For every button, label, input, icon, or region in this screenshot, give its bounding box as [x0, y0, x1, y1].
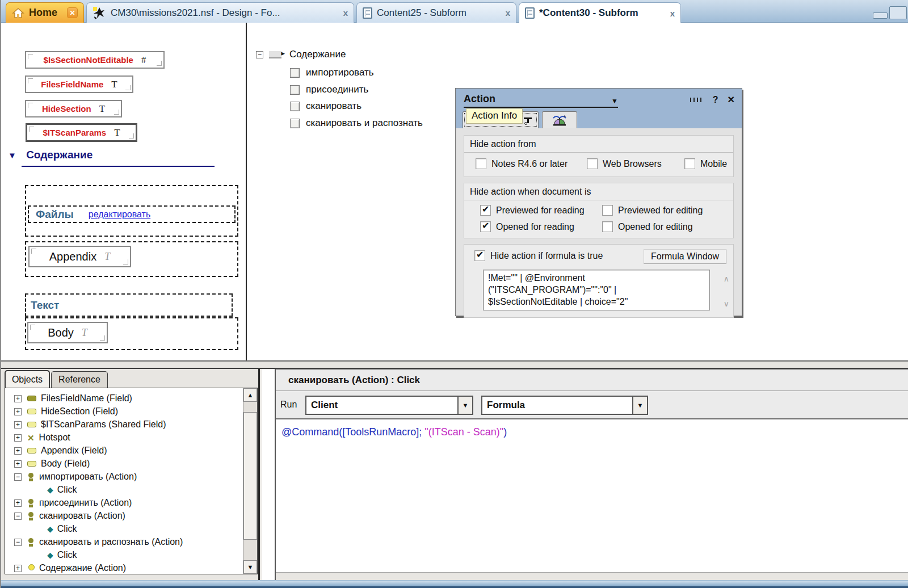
section-collapse-icon[interactable]: ▼: [8, 150, 16, 160]
dialog-titlebar[interactable]: Action ▼ ? ✕: [456, 89, 742, 128]
checkbox[interactable]: ✔: [480, 221, 491, 232]
checkbox[interactable]: ✔: [587, 158, 598, 169]
run-target-dropdown[interactable]: Client ▼: [305, 396, 473, 415]
outline-item-import[interactable]: импортировать: [290, 67, 374, 78]
outline-item-attach[interactable]: присоединить: [290, 84, 368, 95]
appendix-region: Appendix T: [25, 241, 238, 277]
collapse-grip-icon[interactable]: [690, 98, 704, 102]
tab-content25[interactable]: Content25 - Subform x: [356, 2, 516, 23]
close-icon[interactable]: ✕: [728, 94, 735, 105]
field-itscanparams[interactable]: $ITScanParams T: [26, 123, 137, 142]
propeller-hat-icon: [551, 114, 568, 127]
checkbox-previewed-editing[interactable]: ✔ Previewed for editing: [602, 205, 703, 216]
checkbox-opened-editing[interactable]: ✔ Opened for editing: [602, 221, 693, 232]
scrollbar-thumb[interactable]: [243, 412, 257, 540]
tab-objects[interactable]: Objects: [5, 370, 50, 388]
tree-row[interactable]: + Appendix (Field): [14, 444, 107, 457]
tab-design-label: CM30\missions2021.nsf - Design - Fo...: [111, 7, 280, 19]
language-dropdown[interactable]: Formula ▼: [481, 396, 648, 415]
checkbox-opened-reading[interactable]: ✔ Opened for reading: [480, 221, 574, 232]
tree-row[interactable]: ◆ Click: [47, 549, 77, 561]
tab-content25-close-icon[interactable]: x: [500, 8, 510, 18]
expand-icon[interactable]: +: [14, 408, 22, 415]
outline-item-scan[interactable]: сканировать: [290, 100, 361, 112]
collapse-icon[interactable]: −: [256, 51, 263, 58]
collapse-icon[interactable]: −: [14, 473, 22, 481]
edit-link[interactable]: редактировать: [89, 209, 150, 220]
formula-window-button[interactable]: Formula Window: [644, 249, 726, 264]
checkbox-web-browsers[interactable]: ✔ Web Browsers: [587, 158, 662, 169]
scroll-up-icon[interactable]: ∧: [724, 274, 729, 283]
field-icon: [27, 396, 36, 401]
checkbox-previewed-reading[interactable]: ✔ Previewed for reading: [480, 205, 585, 216]
tab-design-close-icon[interactable]: x: [338, 8, 348, 18]
expand-icon[interactable]: +: [14, 499, 22, 507]
tree-row[interactable]: ◆ Click: [47, 484, 77, 496]
checkbox[interactable]: [290, 85, 300, 95]
tree-row[interactable]: − сканировать (Action): [14, 510, 125, 522]
window-restore-button[interactable]: [889, 6, 907, 19]
field-filesfieldname[interactable]: FilesFieldName T: [25, 75, 133, 93]
collapse-icon[interactable]: −: [14, 513, 22, 520]
checkbox-hide-if-formula[interactable]: ✔ Hide action if formula is true: [474, 250, 603, 261]
collapse-icon[interactable]: −: [14, 539, 22, 546]
outline-root-row[interactable]: − ▸ Содержание: [256, 49, 346, 60]
checkbox[interactable]: ✔: [474, 250, 485, 261]
field-hidesection[interactable]: HideSection T: [25, 100, 122, 117]
scroll-down-button[interactable]: ▼: [243, 560, 257, 574]
checkbox[interactable]: ✔: [476, 158, 486, 169]
expand-icon[interactable]: +: [14, 447, 22, 455]
tree-row[interactable]: + ✕ Hotspot: [14, 431, 70, 444]
tree-row[interactable]: + присоединить (Action): [14, 497, 132, 509]
tab-content30-label: *Content30 - Subform: [539, 7, 638, 19]
tab-content30-close-icon[interactable]: x: [665, 9, 675, 18]
window-bottom-edge: [1, 580, 908, 588]
checkbox[interactable]: [290, 68, 300, 78]
tab-home[interactable]: Home ✕: [6, 2, 84, 23]
hide-formula-editor[interactable]: !Met="" | @Environment ("ITSCAN_PROGRAM"…: [483, 270, 710, 310]
window-minimize-button[interactable]: [873, 12, 888, 19]
expand-icon[interactable]: +: [14, 460, 22, 468]
field-issectionnoteditable[interactable]: $IsSectionNotEditable #: [25, 51, 165, 69]
chevron-down-icon[interactable]: ▼: [632, 397, 647, 414]
expand-icon[interactable]: +: [14, 434, 22, 442]
expand-icon[interactable]: +: [14, 421, 22, 429]
expand-icon[interactable]: +: [14, 395, 22, 402]
tree-row[interactable]: − сканировать и распознать (Action): [14, 536, 183, 548]
checkbox-mobile[interactable]: ✔ Mobile: [684, 158, 727, 169]
tree-row[interactable]: + $ITScanParams (Shared Field): [14, 418, 166, 431]
checkbox[interactable]: ✔: [602, 205, 613, 216]
scroll-down-icon[interactable]: ∨: [724, 299, 729, 308]
objects-scrollbar[interactable]: ▲ ▼: [243, 388, 257, 574]
checkbox[interactable]: ✔: [602, 221, 613, 232]
checkbox[interactable]: ✔: [480, 205, 491, 216]
tree-row[interactable]: ◆ Click: [47, 523, 77, 535]
tree-row[interactable]: − импортировать (Action): [14, 471, 137, 483]
tab-hide-when[interactable]: [542, 111, 577, 128]
tree-row[interactable]: + Body (Field): [14, 457, 90, 470]
help-icon[interactable]: ?: [713, 95, 718, 105]
horizontal-splitter[interactable]: [1, 360, 908, 369]
design-work-area: $IsSectionNotEditable # FilesFieldName T…: [1, 23, 908, 360]
field-appendix[interactable]: Appendix T: [28, 246, 131, 267]
checkbox[interactable]: [290, 119, 300, 128]
chevron-down-icon[interactable]: ▼: [457, 397, 472, 414]
tree-row[interactable]: + Содержание (Action): [14, 562, 126, 574]
formula-code-editor[interactable]: @Command([ToolsRunMacro]; "(ITScan - Sca…: [276, 419, 908, 572]
tab-reference[interactable]: Reference: [51, 371, 108, 388]
tree-row[interactable]: + FilesFieldName (Field): [14, 392, 132, 405]
tab-home-close-icon[interactable]: ✕: [67, 7, 78, 18]
expand-icon[interactable]: +: [14, 565, 22, 572]
field-body[interactable]: Body T: [27, 322, 108, 343]
scroll-up-button[interactable]: ▲: [243, 388, 257, 402]
object-selector-dropdown[interactable]: Action ▼: [464, 93, 618, 108]
checkbox-notes-r46[interactable]: ✔ Notes R4.6 or later: [476, 158, 568, 169]
checkbox[interactable]: [290, 102, 300, 111]
tab-design[interactable]: CM30\missions2021.nsf - Design - Fo... x: [86, 2, 354, 23]
outline-item-scan-recognize[interactable]: сканировать и распознать: [290, 117, 423, 129]
outline-item-label: присоединить: [306, 84, 368, 95]
tree-row[interactable]: + HideSection (Field): [14, 405, 118, 418]
tab-content30[interactable]: *Content30 - Subform x: [519, 2, 681, 23]
section-header[interactable]: ▼ Содержание: [8, 149, 93, 161]
checkbox[interactable]: ✔: [684, 158, 695, 169]
